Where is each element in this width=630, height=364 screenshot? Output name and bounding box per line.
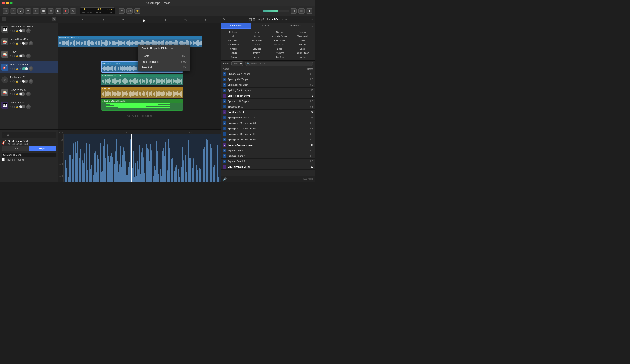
- grid-icon[interactable]: ⊞: [253, 17, 255, 21]
- smart-controls-button[interactable]: ↺: [18, 8, 24, 13]
- record-button[interactable]: ⏺: [62, 8, 69, 13]
- loop-item[interactable]: ≡Springtime Garden Dizi 03⬇ 8: [221, 131, 315, 137]
- genre-strings[interactable]: Strings: [291, 30, 314, 34]
- pencil-tool[interactable]: ✏: [118, 8, 125, 13]
- genre-all-drums[interactable]: All Drums: [222, 30, 245, 34]
- genre-synths[interactable]: Synths: [246, 34, 268, 38]
- genre-conga[interactable]: Conga: [222, 51, 245, 55]
- genre-elec-guitar[interactable]: Elec Guitar: [268, 39, 291, 42]
- track-volume-knob[interactable]: [29, 66, 33, 71]
- genre-beats[interactable]: Beats: [291, 47, 314, 51]
- loop-item[interactable]: ♪Spooky Night Synth8: [221, 93, 315, 99]
- track-toggle[interactable]: [22, 80, 28, 83]
- notes-display[interactable]: 1234: [126, 8, 132, 13]
- loop-item[interactable]: ≡Sporadic Hit Topper⬇ 8: [221, 99, 315, 104]
- help-button[interactable]: ?: [10, 8, 16, 13]
- volume-icon[interactable]: 🔊: [223, 177, 226, 181]
- track-lock-btn[interactable]: 🔒: [16, 67, 18, 70]
- track-mute-btn[interactable]: 🎧: [12, 93, 15, 95]
- track-toggle[interactable]: [22, 67, 28, 70]
- track-lock-btn[interactable]: 🔒: [16, 106, 18, 108]
- list-view-button[interactable]: ☰: [298, 8, 304, 13]
- track-mute-btn[interactable]: 🎧: [12, 55, 15, 57]
- genre-clavinet[interactable]: Clavinet: [246, 47, 268, 51]
- genre-bongo[interactable]: Bongo: [222, 55, 245, 59]
- clip[interactable]: ◇ Southern Rock Organ 01: [101, 99, 183, 111]
- genre-organ[interactable]: Organ: [246, 43, 268, 46]
- play-button[interactable]: ▶: [55, 8, 61, 13]
- add-track-button[interactable]: +: [2, 17, 6, 21]
- track-edit-btn[interactable]: ✎: [10, 29, 12, 32]
- track-lane[interactable]: Drummer const wf4 = document.currentScri…: [58, 86, 221, 99]
- fast-forward-button[interactable]: ⏭: [40, 8, 46, 13]
- loop-item[interactable]: ≡Springtime Garden Dizi 04⬇ 8: [221, 137, 315, 142]
- track-volume-knob[interactable]: [29, 41, 33, 45]
- track-volume-knob[interactable]: [26, 104, 30, 109]
- close-button[interactable]: [2, 2, 5, 4]
- scale-select[interactable]: Any: [232, 61, 243, 66]
- track-mute-btn[interactable]: 🎧: [12, 67, 15, 70]
- loop-item[interactable]: ≡Splashy Clap Topper⬇ 8: [221, 71, 315, 77]
- loop-item[interactable]: ♪Squeaky Dub Break32: [221, 164, 315, 170]
- track-volume-knob[interactable]: [26, 54, 30, 58]
- track-volume-knob[interactable]: [26, 28, 30, 33]
- track-edit-btn[interactable]: ✎: [10, 67, 12, 70]
- context-menu-create-midi[interactable]: Create Empty MIDI Region: [138, 46, 190, 51]
- loop-item[interactable]: ♪Square Arpeggio Lead16: [221, 142, 315, 148]
- clip[interactable]: ◇ Tambourine 01.1 ⟳ const wf3 = document…: [101, 74, 183, 85]
- loop-button[interactable]: ↺: [70, 8, 76, 13]
- metronome-button[interactable]: ⚡: [134, 8, 140, 13]
- clip[interactable]: Drummer const wf4 = document.currentScri…: [101, 87, 183, 98]
- track-edit-btn[interactable]: ✎: [10, 80, 12, 83]
- genre-syn-bass[interactable]: Syn Bass: [268, 51, 291, 55]
- genre-brass[interactable]: Brass: [291, 39, 314, 42]
- genre-sound-effects[interactable]: Sound Effects: [291, 51, 314, 55]
- track-mute-btn[interactable]: 🎧: [12, 29, 15, 32]
- volume-slider[interactable]: [262, 10, 289, 12]
- genre-elec-bass[interactable]: Elec Bass: [268, 55, 291, 59]
- context-menu-select-all[interactable]: Select All ⌘A: [138, 65, 190, 70]
- track-lane[interactable]: ◇ Southern Rock Organ 01: [58, 99, 221, 111]
- loop-item[interactable]: ≡Squeak Beat 02⬇ 8: [221, 153, 315, 159]
- loop-item[interactable]: ♪Spotlight Beat32: [221, 109, 315, 115]
- genre-elec-piano[interactable]: Elec Piano: [246, 39, 268, 42]
- library-button[interactable]: ⊞: [2, 8, 9, 13]
- right-panel-close[interactable]: ✕: [223, 17, 226, 21]
- editor-play-btn[interactable]: ⏮: [3, 133, 6, 136]
- genre-guitars[interactable]: Guitars: [268, 30, 291, 34]
- track-toggle[interactable]: [22, 42, 28, 45]
- genre-acoustic-guitar[interactable]: Acoustic Guitar: [268, 34, 291, 38]
- tab-instrument[interactable]: Instrument: [221, 23, 251, 29]
- rewind-button[interactable]: ⏮: [33, 8, 39, 13]
- context-menu-paste-replace[interactable]: Paste Replace ⇧⌘V: [138, 59, 190, 65]
- loop-item[interactable]: ≡Split Seconds Beat⬇ 8: [221, 82, 315, 88]
- genre-slide-guitar[interactable]: Slide Guitar: [268, 43, 291, 46]
- skip-back-button[interactable]: ⏮: [48, 8, 54, 13]
- track-toggle[interactable]: [19, 29, 26, 32]
- loop-item[interactable]: ≡Splitting Synth Layers⬇ 16: [221, 88, 315, 93]
- track-lane[interactable]: [58, 23, 221, 35]
- heart-icon[interactable]: ♡: [310, 17, 313, 21]
- loop-item[interactable]: ≡Springtime Garden Dizi 02⬇ 8: [221, 126, 315, 131]
- grid-view-button[interactable]: ⊡: [290, 8, 296, 13]
- genre-percussion[interactable]: Percussion: [222, 39, 245, 42]
- track-volume-knob[interactable]: [29, 79, 33, 83]
- tab-genre[interactable]: Genre: [251, 23, 280, 29]
- track-edit-btn[interactable]: ✎: [10, 55, 12, 57]
- chevron-down-icon[interactable]: ⌄: [285, 18, 287, 21]
- search-input[interactable]: [251, 62, 311, 65]
- loop-item[interactable]: ≡Springtime Garden Dizi 01⬇ 8: [221, 120, 315, 126]
- genre-mallets[interactable]: Mallets: [246, 51, 268, 55]
- tab-descriptors[interactable]: Descriptors: [280, 23, 310, 29]
- genre-vocals[interactable]: Vocals: [291, 43, 314, 46]
- genre-woodwind[interactable]: Woodwind: [291, 34, 314, 38]
- track-edit-btn[interactable]: ✎: [10, 106, 12, 108]
- track-lane[interactable]: ◇ Tambourine 01.1 ⟳ const wf3 = document…: [58, 73, 221, 86]
- loop-item[interactable]: ≡Splashy Hat Topper⬇ 8: [221, 77, 315, 82]
- track-toggle[interactable]: [19, 105, 26, 108]
- genre-piano[interactable]: Piano: [246, 30, 268, 34]
- track-dl-btn[interactable]: ⬇: [19, 80, 21, 83]
- track-dl-btn[interactable]: ⬇: [19, 67, 21, 70]
- volume-bar[interactable]: [228, 179, 301, 179]
- track-volume-knob[interactable]: [26, 92, 30, 96]
